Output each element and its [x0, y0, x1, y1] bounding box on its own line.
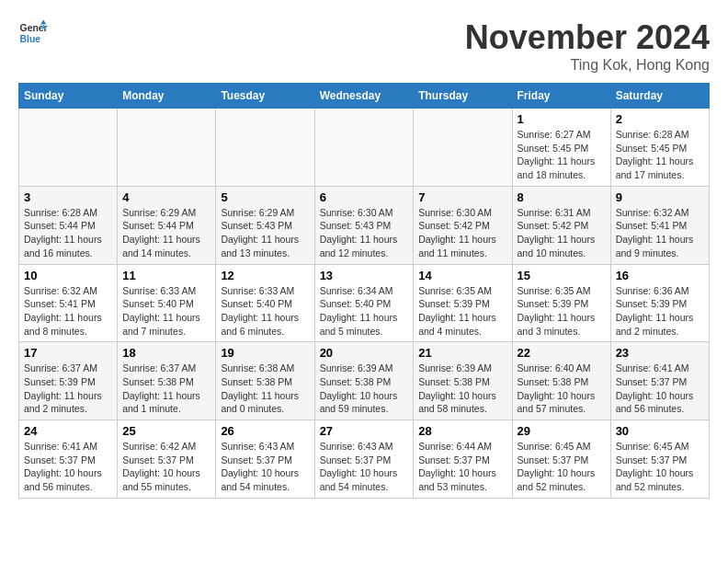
day-number: 11 [122, 269, 210, 282]
day-info: Sunrise: 6:41 AM Sunset: 5:37 PM Dayligh… [24, 440, 112, 494]
day-number: 5 [221, 190, 309, 204]
day-number: 6 [320, 190, 409, 204]
day-info: Sunrise: 6:28 AM Sunset: 5:45 PM Dayligh… [616, 128, 704, 182]
day-info: Sunrise: 6:29 AM Sunset: 5:44 PM Dayligh… [122, 206, 210, 260]
day-info: Sunrise: 6:29 AM Sunset: 5:43 PM Dayligh… [221, 206, 309, 260]
calendar-cell: 1Sunrise: 6:27 AM Sunset: 5:45 PM Daylig… [512, 109, 610, 187]
day-number: 22 [518, 346, 606, 360]
day-info: Sunrise: 6:37 AM Sunset: 5:38 PM Dayligh… [122, 362, 210, 416]
calendar-cell: 15Sunrise: 6:35 AM Sunset: 5:39 PM Dayli… [512, 264, 610, 342]
day-info: Sunrise: 6:39 AM Sunset: 5:38 PM Dayligh… [320, 362, 409, 416]
calendar-cell: 16Sunrise: 6:36 AM Sunset: 5:39 PM Dayli… [610, 264, 709, 342]
day-info: Sunrise: 6:36 AM Sunset: 5:39 PM Dayligh… [616, 284, 704, 339]
day-number: 20 [320, 346, 409, 360]
calendar-week-row: 17Sunrise: 6:37 AM Sunset: 5:39 PM Dayli… [19, 342, 710, 420]
day-info: Sunrise: 6:39 AM Sunset: 5:38 PM Dayligh… [418, 362, 506, 416]
day-info: Sunrise: 6:28 AM Sunset: 5:44 PM Dayligh… [24, 206, 112, 260]
day-info: Sunrise: 6:31 AM Sunset: 5:42 PM Dayligh… [518, 206, 606, 260]
col-header-saturday: Saturday [610, 84, 709, 109]
calendar-header-row: SundayMondayTuesdayWednesdayThursdayFrid… [19, 84, 710, 109]
day-info: Sunrise: 6:43 AM Sunset: 5:37 PM Dayligh… [320, 440, 409, 494]
calendar-cell: 6Sunrise: 6:30 AM Sunset: 5:43 PM Daylig… [314, 186, 414, 264]
day-number: 18 [122, 346, 210, 360]
logo-icon: General Blue [18, 18, 48, 48]
logo: General Blue [18, 18, 48, 48]
day-info: Sunrise: 6:45 AM Sunset: 5:37 PM Dayligh… [616, 440, 704, 494]
day-number: 8 [518, 190, 606, 204]
calendar-cell: 22Sunrise: 6:40 AM Sunset: 5:38 PM Dayli… [512, 342, 610, 420]
calendar-cell: 5Sunrise: 6:29 AM Sunset: 5:43 PM Daylig… [216, 186, 314, 264]
calendar-cell: 9Sunrise: 6:32 AM Sunset: 5:41 PM Daylig… [610, 186, 709, 264]
day-number: 23 [616, 346, 704, 360]
day-number: 10 [24, 269, 112, 282]
calendar-cell: 21Sunrise: 6:39 AM Sunset: 5:38 PM Dayli… [414, 342, 512, 420]
day-number: 7 [418, 190, 506, 204]
day-info: Sunrise: 6:37 AM Sunset: 5:39 PM Dayligh… [24, 362, 112, 416]
day-info: Sunrise: 6:45 AM Sunset: 5:37 PM Dayligh… [518, 440, 606, 494]
calendar-cell: 25Sunrise: 6:42 AM Sunset: 5:37 PM Dayli… [118, 420, 216, 499]
calendar-cell [118, 109, 216, 187]
calendar-cell: 2Sunrise: 6:28 AM Sunset: 5:45 PM Daylig… [610, 109, 709, 187]
day-number: 9 [616, 190, 704, 204]
day-info: Sunrise: 6:32 AM Sunset: 5:41 PM Dayligh… [616, 206, 704, 260]
calendar-cell: 10Sunrise: 6:32 AM Sunset: 5:41 PM Dayli… [19, 264, 118, 342]
day-info: Sunrise: 6:27 AM Sunset: 5:45 PM Dayligh… [518, 128, 606, 182]
day-number: 13 [320, 269, 409, 282]
col-header-sunday: Sunday [19, 84, 118, 109]
calendar-cell: 11Sunrise: 6:33 AM Sunset: 5:40 PM Dayli… [118, 264, 216, 342]
day-number: 25 [122, 424, 210, 438]
calendar-cell: 17Sunrise: 6:37 AM Sunset: 5:39 PM Dayli… [19, 342, 118, 420]
day-number: 27 [320, 424, 409, 438]
calendar-cell: 26Sunrise: 6:43 AM Sunset: 5:37 PM Dayli… [216, 420, 314, 499]
day-info: Sunrise: 6:41 AM Sunset: 5:37 PM Dayligh… [616, 362, 704, 416]
title-block: November 2024 Ting Kok, Hong Kong [465, 18, 710, 74]
calendar-week-row: 10Sunrise: 6:32 AM Sunset: 5:41 PM Dayli… [19, 264, 710, 342]
day-number: 30 [616, 424, 704, 438]
day-info: Sunrise: 6:40 AM Sunset: 5:38 PM Dayligh… [518, 362, 606, 416]
calendar-cell: 23Sunrise: 6:41 AM Sunset: 5:37 PM Dayli… [610, 342, 709, 420]
day-number: 12 [221, 269, 309, 282]
day-info: Sunrise: 6:34 AM Sunset: 5:40 PM Dayligh… [320, 284, 409, 339]
day-info: Sunrise: 6:44 AM Sunset: 5:37 PM Dayligh… [418, 440, 506, 494]
day-number: 14 [418, 269, 506, 282]
calendar-cell: 20Sunrise: 6:39 AM Sunset: 5:38 PM Dayli… [314, 342, 414, 420]
day-number: 15 [518, 269, 606, 282]
location-subtitle: Ting Kok, Hong Kong [465, 57, 710, 74]
calendar-cell: 7Sunrise: 6:30 AM Sunset: 5:42 PM Daylig… [414, 186, 512, 264]
day-info: Sunrise: 6:35 AM Sunset: 5:39 PM Dayligh… [418, 284, 506, 339]
day-number: 26 [221, 424, 309, 438]
day-info: Sunrise: 6:30 AM Sunset: 5:43 PM Dayligh… [320, 206, 409, 260]
calendar-week-row: 3Sunrise: 6:28 AM Sunset: 5:44 PM Daylig… [19, 186, 710, 264]
calendar-cell: 30Sunrise: 6:45 AM Sunset: 5:37 PM Dayli… [610, 420, 709, 499]
calendar-cell [414, 109, 512, 187]
calendar-cell: 4Sunrise: 6:29 AM Sunset: 5:44 PM Daylig… [118, 186, 216, 264]
calendar-cell: 28Sunrise: 6:44 AM Sunset: 5:37 PM Dayli… [414, 420, 512, 499]
day-number: 16 [616, 269, 704, 282]
day-info: Sunrise: 6:30 AM Sunset: 5:42 PM Dayligh… [418, 206, 506, 260]
day-info: Sunrise: 6:33 AM Sunset: 5:40 PM Dayligh… [122, 284, 210, 339]
day-info: Sunrise: 6:38 AM Sunset: 5:38 PM Dayligh… [221, 362, 309, 416]
col-header-monday: Monday [118, 84, 216, 109]
calendar-cell [314, 109, 414, 187]
col-header-thursday: Thursday [414, 84, 512, 109]
day-info: Sunrise: 6:43 AM Sunset: 5:37 PM Dayligh… [221, 440, 309, 494]
calendar-cell: 8Sunrise: 6:31 AM Sunset: 5:42 PM Daylig… [512, 186, 610, 264]
day-number: 17 [24, 346, 112, 360]
day-number: 21 [418, 346, 506, 360]
calendar-cell: 12Sunrise: 6:33 AM Sunset: 5:40 PM Dayli… [216, 264, 314, 342]
col-header-tuesday: Tuesday [216, 84, 314, 109]
day-info: Sunrise: 6:42 AM Sunset: 5:37 PM Dayligh… [122, 440, 210, 494]
day-info: Sunrise: 6:35 AM Sunset: 5:39 PM Dayligh… [518, 284, 606, 339]
svg-marker-2 [40, 20, 46, 25]
calendar-cell: 14Sunrise: 6:35 AM Sunset: 5:39 PM Dayli… [414, 264, 512, 342]
calendar-cell: 13Sunrise: 6:34 AM Sunset: 5:40 PM Dayli… [314, 264, 414, 342]
calendar-cell [19, 109, 118, 187]
day-number: 24 [24, 424, 112, 438]
calendar-cell: 19Sunrise: 6:38 AM Sunset: 5:38 PM Dayli… [216, 342, 314, 420]
calendar-table: SundayMondayTuesdayWednesdayThursdayFrid… [18, 83, 710, 499]
col-header-friday: Friday [512, 84, 610, 109]
calendar-cell: 29Sunrise: 6:45 AM Sunset: 5:37 PM Dayli… [512, 420, 610, 499]
svg-text:Blue: Blue [20, 34, 41, 44]
col-header-wednesday: Wednesday [314, 84, 414, 109]
day-info: Sunrise: 6:33 AM Sunset: 5:40 PM Dayligh… [221, 284, 309, 339]
